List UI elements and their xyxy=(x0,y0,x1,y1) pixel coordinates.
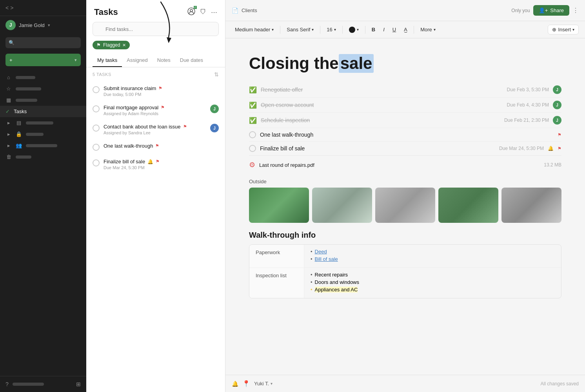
sidebar-item-group1[interactable]: ▸ ▤ xyxy=(0,117,86,128)
tasks-search[interactable]: 🔍 xyxy=(86,22,225,41)
tab-notes[interactable]: Notes xyxy=(153,54,175,67)
deed-link[interactable]: Deed xyxy=(315,249,327,255)
toolbar-separator xyxy=(280,26,280,34)
sidebar-item-people[interactable]: ▸ 👥 xyxy=(0,140,86,151)
task-assigned: Assigned by Adam Reynolds xyxy=(104,111,206,116)
task-doc-avatar: J xyxy=(553,101,561,109)
outside-label: Outside xyxy=(249,179,561,184)
font-size-select[interactable]: 16 ▾ xyxy=(323,25,339,34)
sidebar-search[interactable]: 🔍 xyxy=(0,34,86,51)
sidebar-search-box[interactable]: 🔍 xyxy=(5,37,81,48)
doc-icon: 📄 xyxy=(232,7,238,14)
footer-bell-icon[interactable]: 🔔 xyxy=(232,381,238,387)
bullet-dot: • xyxy=(311,279,312,285)
doc-task-item: ✅ Open escrow account Due Feb 4, 4:30 PM… xyxy=(249,98,561,113)
doc-task-item: Finalize bill of sale Due Mar 24, 5:30 P… xyxy=(249,142,561,155)
clients-label[interactable]: Clients xyxy=(242,7,257,13)
task-doc-avatar: J xyxy=(553,85,561,94)
task-checkbox[interactable] xyxy=(93,86,100,93)
sidebar-item-lock[interactable]: ▸ 🔒 xyxy=(0,128,86,140)
tab-assigned[interactable]: Assigned xyxy=(122,54,152,67)
new-button[interactable]: + ▾ xyxy=(5,54,81,66)
sidebar-item-tasks[interactable]: ✓ Tasks xyxy=(0,106,86,117)
search-icon: 🔍 xyxy=(9,40,15,45)
search-wrap: 🔍 xyxy=(93,22,219,36)
task-checkbox[interactable] xyxy=(93,159,100,166)
sidebar-item-star[interactable]: ☆ xyxy=(0,83,86,94)
bill-of-sale-link[interactable]: Bill of sale xyxy=(315,256,338,262)
filter-tag-label: Flagged xyxy=(103,42,120,48)
nav-forward-icon[interactable]: > xyxy=(10,5,13,11)
sidebar-item-bar xyxy=(16,87,41,90)
only-you-label: Only you xyxy=(511,8,530,13)
task-flag-icon: ⚑ xyxy=(156,159,160,164)
user-dropdown-icon[interactable]: ▾ xyxy=(48,23,50,28)
sidebar-item-home[interactable]: ⌂ xyxy=(0,72,86,83)
italic-button[interactable]: I xyxy=(380,25,388,34)
sidebar-item-trash[interactable]: 🗑 xyxy=(0,151,86,163)
insert-button[interactable]: ⊕ Insert ▾ xyxy=(548,25,579,34)
task-open-checkbox[interactable] xyxy=(249,145,256,152)
task-item[interactable]: Final mortgage approval ⚑ Assigned by Ad… xyxy=(86,101,225,120)
tasks-filter-bar: ⚑ Flagged ✕ xyxy=(86,41,225,54)
task-name: Final mortgage approval ⚑ xyxy=(104,105,206,110)
task-assigned: Assigned by Sandra Lee xyxy=(104,130,206,135)
task-content: Submit insurance claim ⚑ Due today, 5:00… xyxy=(104,85,219,97)
nav-back-icon[interactable]: < xyxy=(5,5,9,11)
color-select[interactable]: ▾ xyxy=(346,25,362,34)
sidebar-item-bar xyxy=(16,99,37,102)
task-checkbox[interactable] xyxy=(93,125,100,132)
sidebar-item-grid[interactable]: ▦ xyxy=(0,94,86,106)
user-name: Jamie Gold xyxy=(19,22,45,28)
more-select[interactable]: More ▾ xyxy=(417,25,439,34)
sidebar-item-bar xyxy=(26,144,57,147)
pdf-attachment[interactable]: ⚙ Last round of repairs.pdf 13.2 MB xyxy=(249,155,561,174)
task-list: Submit insurance claim ⚑ Due today, 5:00… xyxy=(86,80,225,392)
share-button[interactable]: 👤+ Share xyxy=(533,5,569,16)
tab-due-dates[interactable]: Due dates xyxy=(175,54,208,67)
underline-button[interactable]: U xyxy=(389,25,399,34)
tab-my-tasks[interactable]: My tasks xyxy=(93,54,122,67)
header-style-select[interactable]: Medium header ▾ xyxy=(232,25,277,34)
walk-table: Paperwork • Deed • Bill of sale Inspecti… xyxy=(249,244,561,298)
bullet-dot: • xyxy=(311,272,312,278)
sidebar-bottom: ? ⊞ xyxy=(0,376,86,392)
sort-icon[interactable]: ⇅ xyxy=(214,71,219,78)
flagged-filter-tag[interactable]: ⚑ Flagged ✕ xyxy=(93,41,130,49)
task-item[interactable]: Submit insurance claim ⚑ Due today, 5:00… xyxy=(86,81,225,101)
tasks-header-icons: ✓ ⛉ ⋯ xyxy=(187,7,217,17)
task-open-checkbox[interactable] xyxy=(249,131,256,138)
expand-icon3: ▸ xyxy=(5,143,12,148)
filter-funnel-icon[interactable]: ⛉ xyxy=(200,9,206,16)
assignee-icon[interactable]: ✓ xyxy=(187,7,195,17)
table-icon: ▤ xyxy=(16,120,22,126)
footer-user-area[interactable]: Yuki T. ▾ xyxy=(254,381,273,387)
insert-chevron: ▾ xyxy=(572,27,574,32)
sidebar-user[interactable]: J Jamie Gold ▾ xyxy=(0,16,86,34)
walk-bullet: • Doors and windows xyxy=(311,279,555,285)
more-dots-icon[interactable]: ⋯ xyxy=(211,9,217,16)
photos-row xyxy=(249,188,561,223)
doc-title: Closing the sale xyxy=(249,54,561,73)
sidebar-bottom-icon[interactable]: ⊞ xyxy=(76,381,81,387)
bold-button[interactable]: B xyxy=(369,25,378,34)
walk-cell-label: Inspection list xyxy=(249,268,304,298)
strikethrough-button[interactable]: A̲ xyxy=(401,25,411,34)
more-options-icon[interactable]: ⋮ xyxy=(572,7,579,14)
font-select[interactable]: Sans Serif ▾ xyxy=(283,25,317,34)
tasks-search-input[interactable] xyxy=(93,22,219,36)
toolbar: Medium header ▾ Sans Serif ▾ 16 ▾ ▾ B I … xyxy=(225,21,585,38)
task-checkbox[interactable] xyxy=(93,105,100,112)
help-icon[interactable]: ? xyxy=(5,381,9,387)
doc-task-item: ✅ Renegotiate offer Due Feb 3, 5:30 PM J xyxy=(249,82,561,98)
sidebar-bottom-bar xyxy=(13,383,44,386)
footer-saved-label: All changes saved xyxy=(541,381,579,387)
task-item[interactable]: Finalize bill of sale 🔔 ⚑ Due Mar 24, 5:… xyxy=(86,155,225,174)
walk-cell-label: Paperwork xyxy=(249,245,304,267)
walk-bullet: • Deed xyxy=(311,249,555,255)
remove-filter-button[interactable]: ✕ xyxy=(122,43,126,48)
task-checkbox[interactable] xyxy=(93,144,100,151)
task-item[interactable]: Contact bank about the loan issue ⚑ Assi… xyxy=(86,120,225,139)
footer-user-icon: 📍 xyxy=(242,380,250,387)
task-item[interactable]: One last walk-through ⚑ xyxy=(86,139,225,155)
